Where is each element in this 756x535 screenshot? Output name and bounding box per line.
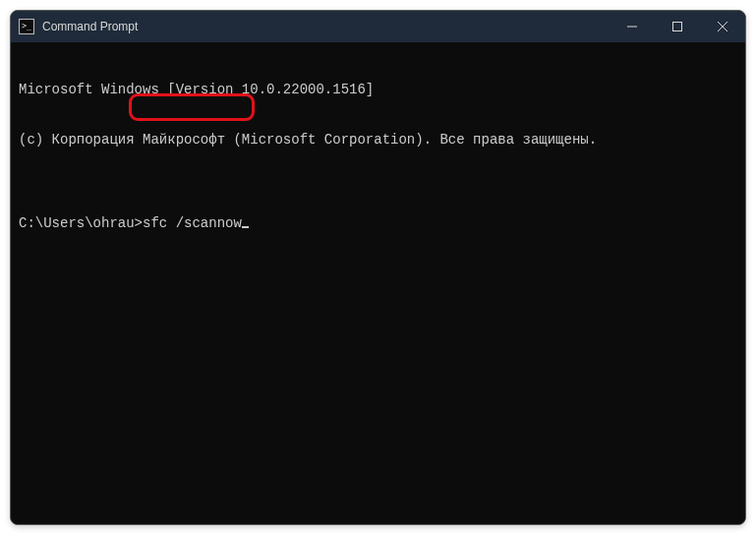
terminal-command: sfc /scannow [143,215,242,231]
terminal-area[interactable]: Microsoft Windows [Version 10.0.22000.15… [11,42,745,524]
terminal-line-version: Microsoft Windows [Version 10.0.22000.15… [19,82,737,98]
window-controls [610,11,745,42]
terminal-line-copyright: (c) Корпорация Майкрософт (Microsoft Cor… [19,132,737,149]
close-button[interactable] [700,11,745,42]
window-title: Command Prompt [42,20,138,33]
minimize-icon [627,22,637,31]
command-prompt-window: >_ Command Prompt Microsoft Wi [10,10,746,525]
terminal-prompt: C:\Users\ohrau> [19,215,143,231]
terminal-prompt-line: C:\Users\ohrau>sfc /scannow [19,215,737,232]
text-cursor [242,226,249,228]
cmd-icon: >_ [19,19,34,34]
minimize-button[interactable] [610,11,655,42]
svg-rect-1 [673,23,682,31]
titlebar[interactable]: >_ Command Prompt [11,11,745,42]
maximize-button[interactable] [655,11,700,42]
close-icon [718,22,727,31]
maximize-icon [672,22,682,31]
